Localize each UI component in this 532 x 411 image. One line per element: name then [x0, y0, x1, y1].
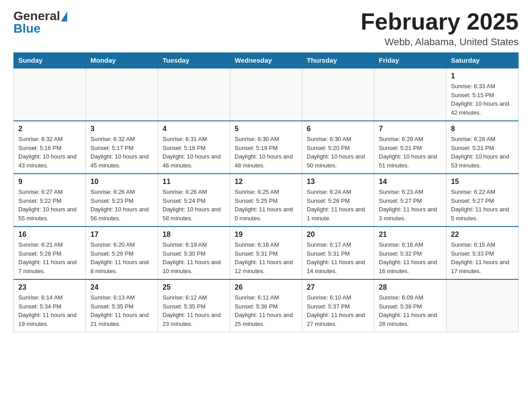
day-number: 16: [18, 231, 81, 239]
day-of-week-header: Sunday: [14, 53, 86, 68]
calendar-cell: 8Sunrise: 6:28 AM Sunset: 5:21 PM Daylig…: [446, 121, 519, 174]
calendar-cell: [86, 68, 158, 121]
day-info: Sunrise: 6:14 AM Sunset: 5:34 PM Dayligh…: [18, 293, 81, 328]
day-info: Sunrise: 6:18 AM Sunset: 5:31 PM Dayligh…: [235, 240, 297, 275]
day-number: 7: [379, 125, 442, 133]
calendar-cell: 3Sunrise: 6:32 AM Sunset: 5:17 PM Daylig…: [86, 121, 158, 174]
day-info: Sunrise: 6:32 AM Sunset: 5:16 PM Dayligh…: [18, 135, 81, 170]
calendar-cell: 15Sunrise: 6:22 AM Sunset: 5:27 PM Dayli…: [446, 174, 519, 227]
day-of-week-header: Monday: [86, 53, 158, 68]
day-info: Sunrise: 6:15 AM Sunset: 5:33 PM Dayligh…: [451, 240, 514, 275]
calendar-cell: 28Sunrise: 6:09 AM Sunset: 5:38 PM Dayli…: [374, 279, 446, 332]
day-info: Sunrise: 6:22 AM Sunset: 5:27 PM Dayligh…: [451, 188, 514, 223]
day-info: Sunrise: 6:17 AM Sunset: 5:31 PM Dayligh…: [307, 240, 369, 275]
day-number: 18: [163, 231, 225, 239]
logo: General Blue: [13, 9, 67, 36]
day-number: 2: [18, 125, 81, 133]
day-info: Sunrise: 6:21 AM Sunset: 5:28 PM Dayligh…: [18, 240, 81, 275]
day-number: 8: [451, 125, 514, 133]
title-block: February 2025 Webb, Alabama, United Stat…: [360, 9, 519, 48]
day-number: 6: [307, 125, 369, 133]
day-number: 21: [379, 231, 442, 239]
calendar-cell: 12Sunrise: 6:25 AM Sunset: 5:25 PM Dayli…: [230, 174, 302, 227]
calendar-header-row: SundayMondayTuesdayWednesdayThursdayFrid…: [14, 53, 519, 68]
calendar-cell: [14, 68, 86, 121]
day-number: 24: [90, 283, 153, 291]
calendar-cell: 11Sunrise: 6:26 AM Sunset: 5:24 PM Dayli…: [158, 174, 230, 227]
day-of-week-header: Friday: [374, 53, 446, 68]
calendar-week-row: 2Sunrise: 6:32 AM Sunset: 5:16 PM Daylig…: [14, 121, 519, 174]
calendar-cell: [230, 68, 302, 121]
day-info: Sunrise: 6:19 AM Sunset: 5:30 PM Dayligh…: [163, 240, 225, 275]
calendar-cell: 25Sunrise: 6:12 AM Sunset: 5:35 PM Dayli…: [158, 279, 230, 332]
month-title: February 2025: [360, 9, 519, 34]
day-number: 28: [379, 283, 442, 291]
calendar-cell: 23Sunrise: 6:14 AM Sunset: 5:34 PM Dayli…: [14, 279, 86, 332]
day-info: Sunrise: 6:16 AM Sunset: 5:32 PM Dayligh…: [379, 240, 442, 275]
calendar-week-row: 23Sunrise: 6:14 AM Sunset: 5:34 PM Dayli…: [14, 279, 519, 332]
day-number: 15: [451, 178, 514, 186]
day-number: 27: [307, 283, 369, 291]
calendar-cell: 9Sunrise: 6:27 AM Sunset: 5:22 PM Daylig…: [14, 174, 86, 227]
day-info: Sunrise: 6:30 AM Sunset: 5:20 PM Dayligh…: [307, 135, 369, 170]
calendar-cell: 21Sunrise: 6:16 AM Sunset: 5:32 PM Dayli…: [374, 227, 446, 279]
day-info: Sunrise: 6:26 AM Sunset: 5:24 PM Dayligh…: [163, 188, 225, 223]
day-of-week-header: Saturday: [446, 53, 519, 68]
calendar-week-row: 9Sunrise: 6:27 AM Sunset: 5:22 PM Daylig…: [14, 174, 519, 227]
calendar-cell: 7Sunrise: 6:29 AM Sunset: 5:21 PM Daylig…: [374, 121, 446, 174]
calendar-cell: 18Sunrise: 6:19 AM Sunset: 5:30 PM Dayli…: [158, 227, 230, 279]
calendar-cell: 6Sunrise: 6:30 AM Sunset: 5:20 PM Daylig…: [302, 121, 374, 174]
page-header: General Blue February 2025 Webb, Alabama…: [13, 9, 519, 48]
logo-blue-text: Blue: [13, 21, 41, 36]
calendar-cell: 14Sunrise: 6:23 AM Sunset: 5:27 PM Dayli…: [374, 174, 446, 227]
day-number: 3: [90, 125, 153, 133]
calendar-week-row: 16Sunrise: 6:21 AM Sunset: 5:28 PM Dayli…: [14, 227, 519, 279]
day-number: 11: [163, 178, 225, 186]
day-info: Sunrise: 6:25 AM Sunset: 5:25 PM Dayligh…: [235, 188, 297, 223]
day-number: 22: [451, 231, 514, 239]
day-of-week-header: Wednesday: [230, 53, 302, 68]
day-info: Sunrise: 6:27 AM Sunset: 5:22 PM Dayligh…: [18, 188, 81, 223]
day-number: 23: [18, 283, 81, 291]
calendar-cell: 13Sunrise: 6:24 AM Sunset: 5:26 PM Dayli…: [302, 174, 374, 227]
day-number: 25: [163, 283, 225, 291]
calendar-cell: 22Sunrise: 6:15 AM Sunset: 5:33 PM Dayli…: [446, 227, 519, 279]
calendar-cell: 16Sunrise: 6:21 AM Sunset: 5:28 PM Dayli…: [14, 227, 86, 279]
day-info: Sunrise: 6:31 AM Sunset: 5:18 PM Dayligh…: [163, 135, 225, 170]
day-info: Sunrise: 6:33 AM Sunset: 5:15 PM Dayligh…: [451, 82, 514, 117]
day-info: Sunrise: 6:20 AM Sunset: 5:29 PM Dayligh…: [90, 240, 153, 275]
calendar-cell: 4Sunrise: 6:31 AM Sunset: 5:18 PM Daylig…: [158, 121, 230, 174]
day-number: 17: [90, 231, 153, 239]
day-of-week-header: Tuesday: [158, 53, 230, 68]
calendar-cell: 24Sunrise: 6:13 AM Sunset: 5:35 PM Dayli…: [86, 279, 158, 332]
day-number: 9: [18, 178, 81, 186]
day-info: Sunrise: 6:26 AM Sunset: 5:23 PM Dayligh…: [90, 188, 153, 223]
day-info: Sunrise: 6:09 AM Sunset: 5:38 PM Dayligh…: [379, 293, 442, 328]
day-number: 12: [235, 178, 297, 186]
calendar-cell: [302, 68, 374, 121]
day-number: 19: [235, 231, 297, 239]
calendar-cell: 10Sunrise: 6:26 AM Sunset: 5:23 PM Dayli…: [86, 174, 158, 227]
day-number: 1: [451, 72, 514, 80]
day-info: Sunrise: 6:24 AM Sunset: 5:26 PM Dayligh…: [307, 188, 369, 223]
calendar-cell: [158, 68, 230, 121]
day-number: 26: [235, 283, 297, 291]
day-info: Sunrise: 6:29 AM Sunset: 5:21 PM Dayligh…: [379, 135, 442, 170]
day-number: 20: [307, 231, 369, 239]
calendar-cell: 19Sunrise: 6:18 AM Sunset: 5:31 PM Dayli…: [230, 227, 302, 279]
calendar-cell: 20Sunrise: 6:17 AM Sunset: 5:31 PM Dayli…: [302, 227, 374, 279]
calendar-cell: 26Sunrise: 6:11 AM Sunset: 5:36 PM Dayli…: [230, 279, 302, 332]
day-info: Sunrise: 6:12 AM Sunset: 5:35 PM Dayligh…: [163, 293, 225, 328]
day-number: 14: [379, 178, 442, 186]
logo-triangle-icon: [61, 12, 67, 21]
calendar-cell: 27Sunrise: 6:10 AM Sunset: 5:37 PM Dayli…: [302, 279, 374, 332]
day-info: Sunrise: 6:11 AM Sunset: 5:36 PM Dayligh…: [235, 293, 297, 328]
day-of-week-header: Thursday: [302, 53, 374, 68]
calendar-cell: 17Sunrise: 6:20 AM Sunset: 5:29 PM Dayli…: [86, 227, 158, 279]
day-number: 5: [235, 125, 297, 133]
day-info: Sunrise: 6:13 AM Sunset: 5:35 PM Dayligh…: [90, 293, 153, 328]
calendar-cell: 1Sunrise: 6:33 AM Sunset: 5:15 PM Daylig…: [446, 68, 519, 121]
calendar-cell: 2Sunrise: 6:32 AM Sunset: 5:16 PM Daylig…: [14, 121, 86, 174]
day-number: 4: [163, 125, 225, 133]
day-number: 10: [90, 178, 153, 186]
